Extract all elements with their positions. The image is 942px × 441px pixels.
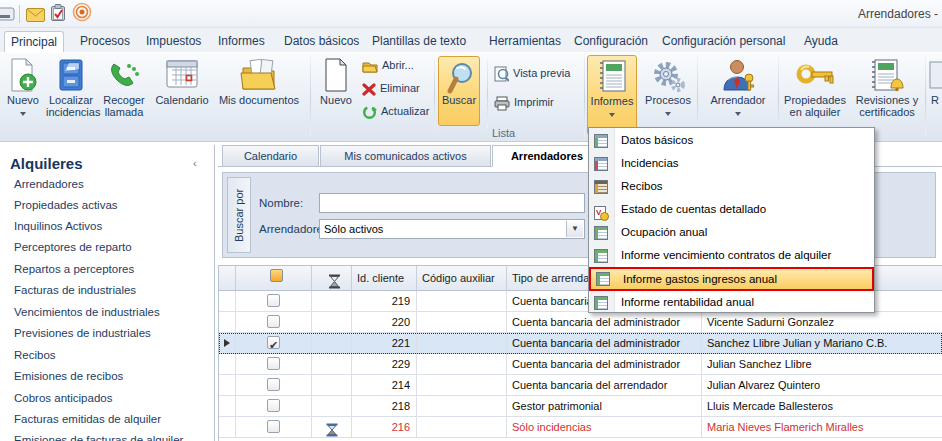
menu-item-ocupacion-anual[interactable]: Ocupación anual xyxy=(589,221,874,244)
header-hourglass[interactable] xyxy=(312,266,352,291)
ribbon-tab-datos-basicos[interactable]: Datos básicos xyxy=(278,31,365,52)
collapse-chevron-icon[interactable]: ‹ xyxy=(193,157,197,169)
sidebar-item-emisiones-recibos[interactable]: Emisiones de recibos xyxy=(14,370,123,382)
imprimir-button[interactable]: Imprimir xyxy=(494,96,554,116)
table-row-incidencias[interactable]: 216 Sólo incidencias Maria Nieves Flamer… xyxy=(219,417,942,438)
vista-previa-button[interactable]: Vista previa xyxy=(494,66,570,86)
buscar-button[interactable]: Buscar xyxy=(438,56,480,126)
row-checkbox[interactable] xyxy=(267,420,280,433)
folder-documents-icon xyxy=(214,58,304,94)
phone-icon xyxy=(98,58,150,94)
gold-key-icon xyxy=(781,58,849,94)
calendario-button[interactable]: Calendario xyxy=(152,55,212,135)
sidebar-item-recibos[interactable]: Recibos xyxy=(14,349,56,361)
nuevo-button[interactable]: Nuevo xyxy=(2,55,44,135)
menu-item-rentabilidad-anual[interactable]: Informe rentabilidad anual xyxy=(589,291,874,314)
sidebar-item-arrendadores[interactable]: Arrendadores xyxy=(14,178,84,190)
sidebar-item-vencimientos-industriales[interactable]: Vencimientos de industriales xyxy=(14,306,160,318)
procesos-button[interactable]: Procesos xyxy=(640,55,696,135)
tab-calendario[interactable]: Calendario xyxy=(222,145,319,167)
table-row[interactable]: 229 Cuenta bancaria del administrador Ju… xyxy=(219,354,942,375)
ribbon-tab-principal[interactable]: Principal xyxy=(4,31,64,52)
cell-tipo: Cuenta bancaria del administrador xyxy=(507,354,702,375)
menu-item-gastos-ingresos-anual[interactable]: Informe gastos ingresos anual xyxy=(589,267,874,291)
eliminar-button[interactable]: Eliminar xyxy=(362,82,420,102)
cell-id: 219 xyxy=(352,291,417,312)
ribbon-tab-herramientas[interactable]: Herramientas xyxy=(483,31,567,52)
select-all-checkbox[interactable] xyxy=(270,269,283,282)
buscar-por-vertical-tab[interactable]: Buscar por xyxy=(227,177,251,253)
header-id-cliente[interactable]: Id. cliente xyxy=(352,266,417,291)
arrendador-button[interactable]: Arrendador xyxy=(700,55,776,135)
menu-item-estado-cuentas[interactable]: V Estado de cuentas detallado xyxy=(589,198,874,221)
row-checkbox[interactable] xyxy=(267,357,280,370)
propiedades-en-alquiler-button[interactable]: Propiedades en alquiler xyxy=(781,55,849,135)
tasks-clipboard-icon[interactable] xyxy=(50,3,66,22)
nombre-input[interactable] xyxy=(319,193,585,213)
ribbon-tab-configuracion[interactable]: Configuración xyxy=(568,31,654,52)
ribbon-tab-plantillas[interactable]: Plantillas de texto xyxy=(366,31,472,52)
table-row[interactable]: 218 Gestor patrimonial Lluis Mercade Bal… xyxy=(219,396,942,417)
mis-documentos-button[interactable]: Mis documentos xyxy=(214,55,304,135)
broadcast-icon[interactable] xyxy=(72,2,92,22)
nuevo-lista-button[interactable]: Nuevo xyxy=(314,55,358,135)
header-row-indicator xyxy=(219,266,236,291)
title-bar: Arrendadores - xyxy=(0,0,942,28)
report-bell-icon xyxy=(851,58,923,94)
row-checkbox[interactable] xyxy=(267,399,280,412)
informes-button[interactable]: Informes xyxy=(587,55,637,135)
sidebar-item-emisiones-facturas[interactable]: Emisiones de facturas de alquiler xyxy=(14,434,183,441)
localizar-incidencias-button[interactable]: Localizar incidencias xyxy=(46,55,96,135)
menu-item-datos-basicos[interactable]: Datos básicos xyxy=(589,129,874,152)
cutoff-ribbon-button[interactable]: R xyxy=(928,55,942,135)
row-indicator-arrow-icon xyxy=(224,339,230,347)
sidebar-item-repartos-perceptores[interactable]: Repartos a perceptores xyxy=(14,263,134,275)
sidebar-item-facturas-industriales[interactable]: Facturas de industriales xyxy=(14,284,136,296)
informes-dropdown-menu: Datos básicos Incidencias Recibos V Esta… xyxy=(588,127,875,313)
header-select-all[interactable] xyxy=(236,266,312,291)
sidebar-title: Alquileres xyxy=(10,155,83,172)
sidebar-item-cobros-anticipados[interactable]: Cobros anticipados xyxy=(14,392,112,404)
menu-item-recibos[interactable]: Recibos xyxy=(589,175,874,198)
ribbon-tab-impuestos[interactable]: Impuestos xyxy=(140,31,207,52)
recoger-llamada-button[interactable]: Recoger llamada xyxy=(98,55,150,135)
table-row[interactable]: 220 Cuenta bancaria del administrador Vi… xyxy=(219,312,942,333)
table-row-selected[interactable]: 221 Cuenta bancaria del administrador Sa… xyxy=(219,333,942,354)
mail-icon[interactable] xyxy=(26,5,45,23)
menu-item-vencimiento-contratos[interactable]: Informe vencimiento contratos de alquile… xyxy=(589,244,874,267)
tab-mis-comunicados[interactable]: Mis comunicados activos xyxy=(320,145,491,167)
cell-codigo xyxy=(417,396,507,417)
menu-item-incidencias[interactable]: Incidencias xyxy=(589,152,874,175)
new-document-plus-icon xyxy=(2,58,44,94)
ribbon-tab-strip: Principal Procesos Impuestos Informes Da… xyxy=(0,28,942,52)
actualizar-button[interactable]: Actualizar xyxy=(362,105,429,125)
row-checkbox[interactable] xyxy=(267,315,280,328)
sidebar-item-propiedades-activas[interactable]: Propiedades activas xyxy=(14,199,118,211)
person-key-icon xyxy=(700,58,776,94)
sidebar-item-previsiones-industriales[interactable]: Previsiones de industriales xyxy=(14,327,151,339)
application-window: Arrendadores - Principal Procesos Impues… xyxy=(0,0,942,441)
table-row[interactable]: 214 Cuenta bancaria del arrendador Julia… xyxy=(219,375,942,396)
sidebar-item-perceptores-reparto[interactable]: Perceptores de reparto xyxy=(14,241,132,253)
arrendadores-select[interactable]: Sólo activos ▼ xyxy=(319,219,585,239)
sidebar-item-inquilinos-activos[interactable]: Inquilinos Activos xyxy=(14,220,102,232)
cell-id: 220 xyxy=(352,312,417,333)
sidebar-item-facturas-emitidas[interactable]: Facturas emitidas de alquiler xyxy=(14,413,161,425)
cutoff-icon xyxy=(928,58,942,94)
tab-arrendadores[interactable]: Arrendadores xyxy=(492,145,602,167)
abrir-button[interactable]: Abrir... xyxy=(362,59,414,79)
search-magnifier-icon xyxy=(439,60,479,94)
row-checkbox-checked[interactable] xyxy=(267,336,280,349)
combobox-arrow-icon[interactable]: ▼ xyxy=(566,221,583,237)
cell-codigo xyxy=(417,312,507,333)
row-checkbox[interactable] xyxy=(267,294,280,307)
ribbon-tab-ayuda[interactable]: Ayuda xyxy=(798,31,844,52)
ribbon-tab-informes[interactable]: Informes xyxy=(212,31,271,52)
ribbon-tab-procesos[interactable]: Procesos xyxy=(74,31,136,52)
revisiones-certificados-button[interactable]: Revisiones y certificados xyxy=(851,55,923,135)
row-checkbox[interactable] xyxy=(267,378,280,391)
file-cabinet-icon xyxy=(46,58,96,94)
print-window-icon[interactable] xyxy=(0,4,16,23)
ribbon-tab-configuracion-personal[interactable]: Configuración personal xyxy=(656,31,791,52)
header-codigo-auxiliar[interactable]: Código auxiliar xyxy=(417,266,507,291)
